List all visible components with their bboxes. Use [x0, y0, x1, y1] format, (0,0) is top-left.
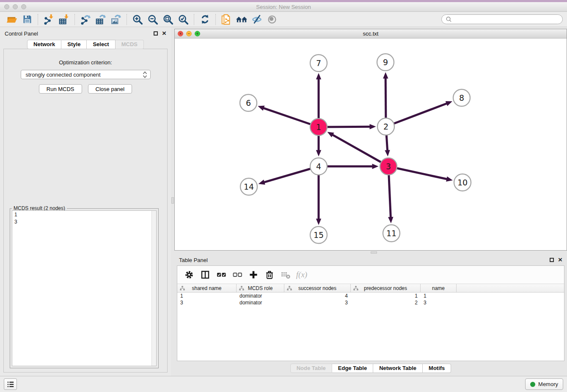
delete-row-button[interactable]: [263, 269, 276, 281]
zoom-selected-button[interactable]: [176, 13, 191, 26]
show-hidden-button[interactable]: [264, 13, 280, 26]
unselect-all-button[interactable]: [231, 269, 244, 281]
table-row[interactable]: 3 dominator 3 2 3: [177, 299, 564, 306]
close-panel-icon[interactable]: ×: [558, 258, 562, 262]
cell-predecessor-nodes[interactable]: 2: [351, 300, 421, 306]
delete-table-button[interactable]: [279, 269, 292, 281]
toolbar-separator: [194, 14, 194, 25]
control-panel: Control Panel × Network Style Select MCD…: [0, 27, 171, 376]
zoom-selected-icon: [177, 14, 189, 25]
memory-button[interactable]: Memory: [525, 378, 563, 390]
network-graph[interactable]: 7968124314101511: [175, 39, 567, 250]
mcds-panel: Optimization criterion: strongly connect…: [3, 49, 168, 373]
graph-node-label: 3: [386, 162, 391, 171]
function-builder-button[interactable]: f(x): [295, 269, 308, 281]
run-mcds-button[interactable]: Run MCDS: [39, 84, 82, 94]
export-image-button[interactable]: [108, 13, 124, 26]
splitter-handle[interactable]: [371, 251, 377, 254]
export-network-button[interactable]: [78, 13, 93, 26]
cell-successor-nodes[interactable]: 3: [284, 300, 351, 306]
zoom-window-icon[interactable]: [21, 4, 26, 9]
criterion-selected-value: strongly connected component: [26, 72, 101, 78]
hierarchy-icon: [180, 286, 185, 291]
close-window-icon[interactable]: [4, 4, 9, 9]
zoom-fit-icon: [162, 14, 174, 25]
table-settings-button[interactable]: [182, 269, 196, 281]
import-network-icon: [43, 14, 55, 25]
cell-successor-nodes[interactable]: 4: [284, 293, 351, 299]
vertical-splitter[interactable]: [171, 27, 174, 376]
cell-predecessor-nodes[interactable]: 1: [351, 293, 421, 299]
control-panel-title: Control Panel: [5, 30, 38, 37]
table-toolbar: f(x): [177, 266, 564, 284]
import-network-button[interactable]: [41, 13, 56, 26]
cell-shared-name[interactable]: 3: [177, 300, 237, 306]
cell-mcds-role[interactable]: dominator: [237, 300, 284, 306]
close-panel-button[interactable]: Close panel: [88, 84, 132, 94]
tab-select[interactable]: Select: [87, 40, 115, 49]
column-header-shared-name[interactable]: shared name: [177, 284, 237, 292]
float-panel-icon[interactable]: [550, 258, 554, 262]
table-column-headers: shared name MCDS role: [177, 284, 564, 293]
tab-motifs[interactable]: Motifs: [423, 364, 451, 373]
float-panel-icon[interactable]: [154, 31, 158, 36]
import-table-button[interactable]: [56, 13, 72, 26]
column-header-name[interactable]: name: [421, 284, 457, 292]
search-field[interactable]: [441, 14, 563, 24]
cell-mcds-role[interactable]: dominator: [237, 293, 284, 299]
tab-network-table[interactable]: Network Table: [373, 364, 423, 373]
new-network-button[interactable]: [219, 13, 234, 26]
result-scrollbar[interactable]: [151, 211, 156, 366]
tab-edge-table[interactable]: Edge Table: [332, 364, 373, 373]
tab-mcds[interactable]: MCDS: [116, 40, 144, 49]
cell-name[interactable]: 3: [421, 300, 457, 306]
horizontal-splitter[interactable]: [174, 251, 567, 254]
show-all-icon: [236, 14, 248, 25]
column-header-predecessor-nodes[interactable]: predecessor nodes: [351, 284, 421, 292]
minimize-window-icon[interactable]: [13, 4, 18, 9]
zoom-in-button[interactable]: [130, 13, 145, 26]
table-row[interactable]: 1 dominator 4 1 1: [177, 293, 564, 299]
tab-style[interactable]: Style: [61, 40, 87, 49]
column-header-mcds-role[interactable]: MCDS role: [237, 284, 284, 292]
graph-node-label: 2: [383, 122, 388, 131]
graph-node-label: 11: [386, 229, 396, 238]
toolbar-separator: [38, 14, 38, 25]
network-close-icon[interactable]: ×: [178, 31, 183, 36]
export-table-button[interactable]: [93, 13, 108, 26]
splitter-handle[interactable]: [171, 197, 174, 204]
window-controls: [0, 4, 26, 9]
search-input[interactable]: [454, 17, 559, 22]
close-panel-icon[interactable]: ×: [162, 31, 166, 36]
apply-layout-icon: [199, 14, 211, 25]
show-column-button[interactable]: [198, 269, 212, 281]
criterion-select[interactable]: strongly connected component: [21, 70, 151, 79]
task-history-button[interactable]: [4, 378, 17, 390]
graph-edge-2-8[interactable]: [386, 103, 447, 127]
hide-selected-button[interactable]: [249, 13, 264, 26]
add-row-icon: [249, 270, 258, 279]
tab-network[interactable]: Network: [27, 40, 61, 49]
function-builder-icon: f(x): [296, 270, 307, 279]
cell-shared-name[interactable]: 1: [177, 293, 237, 299]
graph-edge-3-10[interactable]: [388, 166, 447, 179]
network-window-title: scc.txt: [175, 30, 567, 37]
show-all-button[interactable]: [234, 13, 249, 26]
save-session-button[interactable]: [19, 13, 35, 26]
network-zoom-icon[interactable]: +: [195, 31, 200, 36]
zoom-fit-button[interactable]: [160, 13, 176, 26]
network-minimize-icon[interactable]: −: [186, 31, 192, 36]
delete-table-icon: [281, 270, 291, 279]
open-file-button[interactable]: [4, 13, 19, 26]
cell-name[interactable]: 1: [421, 293, 457, 299]
zoom-out-button[interactable]: [145, 13, 160, 26]
graph-edge-3-1[interactable]: [332, 135, 388, 166]
apply-layout-button[interactable]: [197, 13, 212, 26]
column-header-successor-nodes[interactable]: successor nodes: [284, 284, 351, 292]
tab-node-table[interactable]: Node Table: [290, 364, 332, 373]
graph-edge-arrow: [258, 106, 264, 111]
graph-edge-arrow: [383, 72, 388, 79]
graph-edge-arrow: [316, 73, 321, 80]
add-row-button[interactable]: [247, 269, 260, 281]
select-all-button[interactable]: [215, 269, 228, 281]
